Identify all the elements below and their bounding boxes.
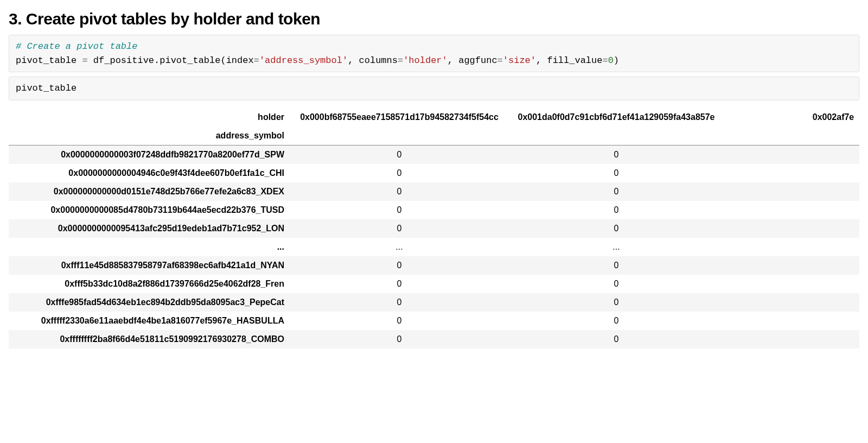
table-row: 0xfffff2330a6e11aaebdf4e4be1a816077ef596…: [9, 312, 859, 330]
row-index: ...: [9, 238, 291, 256]
cell-value: 0: [508, 293, 725, 312]
code-cell-1[interactable]: # Create a pivot table pivot_table = df_…: [9, 35, 859, 72]
column-header: 0x001da0f0d7c91cbf6d71ef41a129059fa43a85…: [508, 108, 725, 126]
cell-value: 0: [291, 219, 508, 238]
cell-value: ...: [291, 238, 508, 256]
column-header: 0x002af7e: [725, 108, 859, 126]
cell-value: 0: [508, 330, 725, 349]
table-row: 0x0000000000095413afc295d19edeb1ad7b71c9…: [9, 219, 859, 238]
cell-value: 0: [291, 330, 508, 349]
row-index: 0xfffe985fad54d634eb1ec894b2ddb95da8095a…: [9, 293, 291, 312]
columns-name: holder: [9, 108, 291, 126]
cell-value: ...: [508, 238, 725, 256]
cell-value: 0: [508, 219, 725, 238]
table-row: .........: [9, 238, 859, 256]
cell-value: 0: [291, 293, 508, 312]
cell-value: 0: [508, 182, 725, 201]
cell-value: 0: [291, 312, 508, 330]
pivot-table: holder 0x000bf68755eaee7158571d17b945827…: [9, 108, 859, 349]
table-header-row-index: address_symbol: [9, 126, 859, 145]
column-header: 0x000bf68755eaee7158571d17b94582734f5f54…: [291, 108, 508, 126]
row-index: 0x0000000000085d4780b73119b644ae5ecd22b3…: [9, 201, 291, 219]
cell-value: [725, 275, 859, 293]
table-row: 0x0000000000085d4780b73119b644ae5ecd22b3…: [9, 201, 859, 219]
table-row: 0xfff11e45d885837958797af68398ec6afb421a…: [9, 256, 859, 275]
cell-value: [725, 330, 859, 349]
cell-value: [725, 238, 859, 256]
cell-value: 0: [508, 201, 725, 219]
cell-value: 0: [508, 164, 725, 182]
row-index: 0xfffff2330a6e11aaebdf4e4be1a816077ef596…: [9, 312, 291, 330]
cell-value: 0: [291, 145, 508, 164]
row-index: 0x000000000000d0151e748d25b766e77efe2a6c…: [9, 182, 291, 201]
table-header-row-columns: holder 0x000bf68755eaee7158571d17b945827…: [9, 108, 859, 126]
row-index: 0xfff11e45d885837958797af68398ec6afb421a…: [9, 256, 291, 275]
row-index: 0xfff5b33dc10d8a2f886d17397666d25e4062df…: [9, 275, 291, 293]
code-cell-2[interactable]: pivot_table: [9, 77, 859, 100]
cell-value: [725, 312, 859, 330]
cell-value: [725, 219, 859, 238]
cell-value: 0: [291, 275, 508, 293]
cell-value: 0: [508, 312, 725, 330]
row-index: 0x0000000000095413afc295d19edeb1ad7b71c9…: [9, 219, 291, 238]
output-dataframe[interactable]: holder 0x000bf68755eaee7158571d17b945827…: [9, 108, 859, 349]
cell-value: 0: [291, 201, 508, 219]
cell-value: 0: [291, 182, 508, 201]
cell-value: 0: [508, 145, 725, 164]
table-row: 0xffffffff2ba8f66d4e51811c51909921769302…: [9, 330, 859, 349]
row-index: 0x0000000000003f07248ddfb9821770a8200ef7…: [9, 145, 291, 164]
cell-value: [725, 164, 859, 182]
code-comment: # Create a pivot table: [16, 41, 137, 52]
table-row: 0x000000000000d0151e748d25b766e77efe2a6c…: [9, 182, 859, 201]
cell-value: 0: [291, 256, 508, 275]
cell-value: 0: [291, 164, 508, 182]
cell-value: 0: [508, 275, 725, 293]
cell-value: [725, 182, 859, 201]
table-row: 0xfffe985fad54d634eb1ec894b2ddb95da8095a…: [9, 293, 859, 312]
table-row: 0xfff5b33dc10d8a2f886d17397666d25e4062df…: [9, 275, 859, 293]
cell-value: [725, 293, 859, 312]
section-heading: 3. Create pivot tables by holder and tok…: [9, 10, 859, 28]
row-index: 0xffffffff2ba8f66d4e51811c51909921769302…: [9, 330, 291, 349]
cell-value: [725, 145, 859, 164]
cell-value: 0: [508, 256, 725, 275]
cell-value: [725, 256, 859, 275]
table-row: 0x0000000000004946c0e9f43f4dee607b0ef1fa…: [9, 164, 859, 182]
table-row: 0x0000000000003f07248ddfb9821770a8200ef7…: [9, 145, 859, 164]
index-name: address_symbol: [9, 126, 291, 145]
row-index: 0x0000000000004946c0e9f43f4dee607b0ef1fa…: [9, 164, 291, 182]
code-line: pivot_table = df_positive.pivot_table(in…: [16, 55, 619, 66]
cell-value: [725, 201, 859, 219]
